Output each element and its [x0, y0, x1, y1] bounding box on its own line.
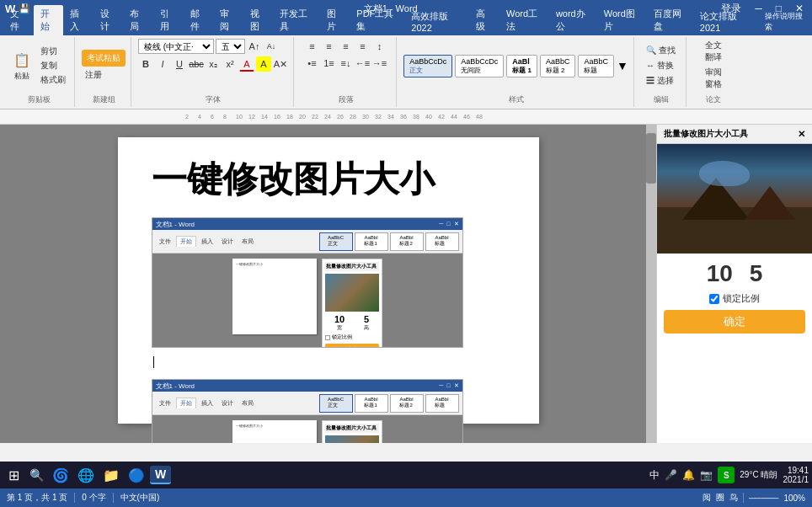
- numbered-list-icon[interactable]: 1≡: [322, 56, 337, 71]
- paste-icon: 📋: [12, 51, 32, 71]
- confirm-button[interactable]: 确定: [664, 310, 805, 334]
- justify-icon[interactable]: ≡: [355, 39, 371, 54]
- tab-picture[interactable]: 图片: [320, 5, 350, 35]
- align-right-icon[interactable]: ≡: [339, 39, 354, 54]
- copy-button[interactable]: 复制: [37, 59, 69, 72]
- mini-style-boxes-2: AaBbC正文 AaBbl标题1 AaBbl标题2 AaBbl标题: [319, 394, 459, 413]
- new-group-label: 新建组: [93, 93, 115, 105]
- taskbar-app-3[interactable]: 📁: [99, 466, 123, 485]
- style-heading2[interactable]: AaBbC标题 2: [540, 55, 576, 77]
- tab-layout[interactable]: 布局: [123, 5, 153, 35]
- taskbar-word-icon[interactable]: W: [150, 466, 171, 484]
- ruler: 2 4 6 8 10 12 14 16 18 20 22 24 26 28 30…: [0, 109, 812, 125]
- read-view-icon[interactable]: 阅: [702, 492, 711, 504]
- tab-insert[interactable]: 插入: [63, 5, 93, 35]
- tab-advanced[interactable]: 高级: [469, 5, 499, 35]
- sogou-icon[interactable]: S: [718, 467, 735, 483]
- panel-close-icon[interactable]: ✕: [798, 129, 805, 140]
- font-shrink-icon[interactable]: A↓: [264, 39, 279, 54]
- ruler-mark: 32: [375, 114, 387, 120]
- camera-icon[interactable]: 📷: [700, 469, 713, 481]
- mini-confirm-btn-1[interactable]: 确定: [325, 344, 379, 348]
- indent-increase-icon[interactable]: →≡: [372, 56, 387, 71]
- outline-view-icon[interactable]: 鸟: [729, 492, 738, 504]
- subscript-button[interactable]: x₂: [206, 56, 221, 72]
- tab-home[interactable]: 开始: [34, 5, 64, 35]
- tab-design[interactable]: 设计: [93, 5, 124, 35]
- select-button[interactable]: ☰ 选择: [643, 74, 679, 88]
- ruler-mark: 44: [451, 114, 463, 120]
- styles-dropdown-icon[interactable]: ▼: [617, 59, 628, 72]
- strikethrough-button[interactable]: abc: [189, 56, 204, 72]
- tab-developer[interactable]: 开发工具: [273, 5, 319, 35]
- ruler-mark: 42: [438, 114, 451, 120]
- text-color-button[interactable]: A: [239, 56, 254, 72]
- ime-icon[interactable]: 中: [649, 468, 660, 483]
- review-button[interactable]: 审阅窗格: [702, 66, 725, 91]
- tab-references[interactable]: 引用: [153, 5, 184, 35]
- new-group-content: 考试粘贴 注册: [82, 39, 126, 93]
- network-icon[interactable]: 🔔: [682, 469, 695, 481]
- taskbar-app-4[interactable]: 🔵: [125, 466, 148, 485]
- style-heading1[interactable]: AaBl标题 1: [506, 55, 537, 77]
- test-paste-button[interactable]: 考试粘贴: [82, 50, 126, 67]
- tab-wordoffice[interactable]: word办公: [549, 5, 597, 35]
- bullet-list-icon[interactable]: •≡: [305, 56, 320, 71]
- tab-wordlaw[interactable]: Word工法: [499, 5, 549, 35]
- ruler-mark: 24: [324, 114, 337, 120]
- taskbar-app-2[interactable]: 🌐: [74, 466, 98, 485]
- panel-size-display: 10 5: [707, 260, 763, 287]
- superscript-button[interactable]: x²: [222, 56, 238, 72]
- multilevel-list-icon[interactable]: ≡↓: [339, 56, 354, 71]
- paste-button[interactable]: 📋 粘贴: [8, 49, 35, 83]
- document-area[interactable]: 一键修改图片大小 文档1 - Word ─ □ ✕ 文件 开始 插入 设计 布局: [0, 125, 656, 443]
- clear-format-button[interactable]: A✕: [273, 56, 288, 72]
- print-view-icon[interactable]: 圈: [716, 492, 724, 504]
- ruler-mark: 8: [223, 114, 236, 120]
- style-normal[interactable]: AaBbCcDc正文: [403, 55, 452, 77]
- translate-button[interactable]: 全文翻译: [702, 39, 725, 64]
- cut-button[interactable]: 剪切: [37, 45, 69, 58]
- mini-content-1: 一键修改图片大小 批量修改图片大小工具 10 宽 5: [152, 254, 462, 348]
- ruler-mark: 4: [198, 114, 211, 120]
- find-button[interactable]: 🔍 查找: [643, 44, 679, 57]
- underline-button[interactable]: U: [172, 56, 187, 72]
- format-painter-button[interactable]: 格式刷: [37, 73, 69, 87]
- tab-review[interactable]: 审阅: [213, 5, 243, 35]
- editing-group: 🔍 查找 ↔ 替换 ☰ 选择 编辑: [636, 37, 686, 107]
- tab-efficient[interactable]: 高效排版2022: [404, 8, 469, 35]
- replace-button[interactable]: ↔ 替换: [643, 59, 679, 72]
- ruler-mark: 20: [299, 114, 312, 120]
- start-button[interactable]: ⊞: [3, 467, 24, 483]
- align-left-icon[interactable]: ≡: [305, 39, 320, 54]
- indent-decrease-icon[interactable]: ←≡: [355, 56, 371, 71]
- tab-thesis[interactable]: 论文排版2021: [693, 8, 758, 35]
- bold-button[interactable]: B: [138, 56, 153, 72]
- scroll-thumb[interactable]: [646, 133, 656, 184]
- taskbar-app-1[interactable]: 🌀: [49, 466, 72, 485]
- align-center-icon[interactable]: ≡: [322, 39, 337, 54]
- tab-search[interactable]: 操作说明搜索: [758, 8, 812, 35]
- search-taskbar-icon[interactable]: 🔍: [26, 468, 47, 482]
- page-info: 第 1 页，共 1 页: [7, 492, 67, 504]
- tab-mailings[interactable]: 邮件: [184, 5, 214, 35]
- tab-wordpic[interactable]: Word图片: [597, 5, 647, 35]
- tab-pdf[interactable]: PDF工具集: [350, 5, 404, 35]
- line-spacing-icon[interactable]: ↕: [372, 39, 387, 54]
- font-size-select[interactable]: 五号 小四 四号: [216, 39, 245, 54]
- font-name-select[interactable]: 棱线 (中文正·: [138, 39, 214, 54]
- italic-button[interactable]: I: [155, 56, 170, 72]
- highlight-button[interactable]: A: [256, 56, 271, 72]
- tab-baidu[interactable]: 百度网盘: [647, 5, 693, 35]
- lock-ratio-checkbox[interactable]: [709, 294, 719, 304]
- audio-icon[interactable]: 🎤: [665, 469, 677, 481]
- tab-file[interactable]: 文件: [3, 5, 34, 35]
- style-title[interactable]: AaBbC标题: [578, 55, 614, 77]
- vertical-scrollbar[interactable]: [646, 125, 656, 443]
- font-grow-icon[interactable]: A↑: [247, 39, 262, 54]
- style-no-spacing[interactable]: AaBbCcDc无间距: [455, 55, 504, 77]
- register-button[interactable]: 注册: [82, 68, 126, 82]
- language-indicator: 中文(中国): [120, 492, 160, 504]
- tab-view[interactable]: 视图: [243, 5, 274, 35]
- paragraph-group: ≡ ≡ ≡ ≡ ↕ •≡ 1≡ ≡↓ ←≡ →≡ 段落: [296, 37, 397, 107]
